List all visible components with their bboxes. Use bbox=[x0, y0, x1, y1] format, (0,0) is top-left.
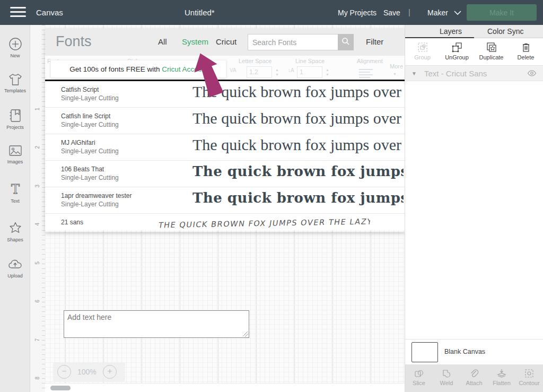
font-preview: The quick brown fox jumps over bbox=[192, 109, 404, 133]
chevron-down-icon[interactable] bbox=[454, 11, 461, 15]
search-fonts-input[interactable] bbox=[248, 34, 338, 50]
weld-button[interactable]: Weld bbox=[433, 364, 460, 392]
sidebar-item-new[interactable]: New bbox=[0, 37, 30, 58]
letter-space-spinner: ▲▼ bbox=[275, 67, 279, 77]
font-row[interactable]: Catfish Script Single-Layer Cutting The … bbox=[45, 81, 405, 108]
my-projects-link[interactable]: My Projects bbox=[338, 8, 376, 17]
flatten-button[interactable]: Flatten bbox=[488, 364, 515, 392]
save-link[interactable]: Save bbox=[383, 8, 400, 17]
font-name: 106 Beats That bbox=[61, 165, 104, 173]
font-row[interactable]: MJ AlGhifari Single-Layer Cutting The qu… bbox=[45, 134, 405, 161]
tab-layers[interactable]: Layers bbox=[440, 27, 462, 36]
font-name: 1apr dreamweaver tester bbox=[61, 192, 132, 199]
horizontal-scrollbar[interactable] bbox=[45, 383, 405, 392]
contour-button[interactable]: Contour bbox=[515, 364, 543, 392]
zoom-controls: − 100% + bbox=[53, 362, 125, 381]
font-row[interactable]: 21 sans THE QUICK BROWN FOX JUMPS OVER T… bbox=[45, 214, 405, 230]
paperclip-icon bbox=[469, 368, 479, 379]
letter-space-input bbox=[247, 66, 272, 78]
tab-all-fonts[interactable]: All bbox=[158, 37, 167, 46]
slice-button[interactable]: Slice bbox=[405, 364, 433, 392]
sidebar-item-templates[interactable]: Templates bbox=[0, 73, 30, 93]
sidebar-item-upload[interactable]: Upload bbox=[0, 258, 30, 278]
sidebar-item-text[interactable]: T Text bbox=[0, 182, 30, 204]
sidebar-item-projects[interactable]: Projects bbox=[0, 108, 30, 130]
alignment-label: Alignment bbox=[357, 58, 383, 64]
zoom-level: 100% bbox=[77, 368, 97, 376]
ruler-number: 5 bbox=[34, 257, 40, 265]
filter-button[interactable]: Filter bbox=[366, 37, 383, 46]
text-t-icon: T bbox=[8, 182, 23, 197]
canvas-color-swatch[interactable] bbox=[411, 342, 438, 362]
make-it-button[interactable]: Make It bbox=[467, 4, 537, 21]
weld-icon bbox=[441, 368, 452, 379]
trash-icon bbox=[520, 41, 532, 53]
line-space-spinner: ▲▼ bbox=[326, 67, 329, 77]
fonts-panel: Fonts All System Cricut Filter Font Styl… bbox=[45, 28, 405, 232]
zoom-in-button[interactable]: + bbox=[103, 365, 117, 379]
font-row[interactable]: 106 Beats That Single-Layer Cutting The … bbox=[45, 161, 405, 187]
projects-notebook-icon bbox=[8, 108, 23, 123]
font-row[interactable]: 1apr dreamweaver tester Single-Layer Cut… bbox=[45, 187, 405, 214]
project-title[interactable]: Untitled* bbox=[185, 8, 215, 17]
delete-button[interactable]: Delete bbox=[509, 38, 543, 65]
machine-select[interactable]: Maker bbox=[427, 8, 448, 17]
svg-text:T: T bbox=[11, 182, 19, 197]
font-name: Catfish Script bbox=[61, 86, 99, 93]
font-row[interactable]: Catfish line Script Single-Layer Cutting… bbox=[45, 108, 405, 134]
ruler-number: 2 bbox=[34, 142, 40, 149]
line-space-input bbox=[297, 66, 322, 78]
more-label: More bbox=[390, 63, 403, 69]
font-type: Single-Layer Cutting bbox=[61, 121, 119, 128]
group-button[interactable]: Group bbox=[405, 38, 440, 65]
alignment-icon bbox=[359, 69, 373, 80]
blank-canvas-row[interactable]: Blank Canvas bbox=[405, 339, 543, 364]
layer-name: Text - Cricut Sans bbox=[424, 69, 487, 78]
line-space-icon: ↕A bbox=[288, 67, 294, 73]
tab-color-sync[interactable]: Color Sync bbox=[487, 27, 523, 36]
ungroup-icon bbox=[451, 41, 463, 53]
sidebar-item-images[interactable]: Images bbox=[0, 144, 30, 164]
slice-icon bbox=[414, 368, 424, 379]
fonts-title: Fonts bbox=[56, 33, 92, 50]
new-plus-icon bbox=[8, 37, 23, 51]
attach-button[interactable]: Attach bbox=[460, 364, 488, 392]
ruler-number: 7 bbox=[34, 334, 40, 342]
layer-actions: Group UnGroup Duplicate Delete bbox=[405, 38, 543, 65]
sidebar-item-shapes[interactable]: Shapes bbox=[0, 221, 30, 242]
layer-expand-caret-icon[interactable]: ▼ bbox=[411, 71, 417, 76]
tab-cricut-fonts[interactable]: Cricut bbox=[216, 37, 237, 46]
hamburger-menu-icon[interactable] bbox=[10, 7, 26, 18]
letter-space-icon: VA bbox=[230, 67, 237, 73]
cricut-access-link[interactable]: Cricut Access! bbox=[162, 65, 207, 73]
zoom-out-button[interactable]: − bbox=[57, 365, 71, 379]
tshirt-icon bbox=[8, 73, 23, 86]
shapes-star-icon bbox=[8, 221, 23, 236]
fonts-panel-header: Fonts All System Cricut Filter bbox=[45, 28, 405, 56]
topbar-divider: | bbox=[408, 7, 410, 16]
cricut-design-space: Canvas Untitled* My Projects Save | Make… bbox=[0, 0, 543, 392]
font-list: Catfish Script Single-Layer Cutting The … bbox=[45, 81, 405, 230]
top-bar: Canvas Untitled* My Projects Save | Make… bbox=[0, 0, 543, 25]
line-space-label: Line Space bbox=[295, 58, 325, 64]
scrollbar-thumb[interactable] bbox=[50, 386, 71, 390]
font-type: Single-Layer Cutting bbox=[61, 94, 119, 102]
vertical-ruler: 1 2 3 4 5 6 7 8 bbox=[30, 25, 45, 392]
font-type: Single-Layer Cutting bbox=[61, 201, 119, 208]
layer-row-text[interactable]: ▼ Text - Cricut Sans bbox=[405, 65, 543, 81]
duplicate-button[interactable]: Duplicate bbox=[474, 38, 509, 65]
font-preview: The quick brown fox jumps ove bbox=[192, 163, 404, 187]
search-icon bbox=[341, 37, 350, 46]
tab-system-fonts[interactable]: System bbox=[182, 37, 208, 46]
letter-space-label: Letter Space bbox=[239, 58, 272, 64]
cricut-access-banner[interactable]: Get 100s of fonts FREE with Cricut Acces… bbox=[50, 60, 226, 78]
layers-panel: Layers Color Sync Group UnGroup Duplicat… bbox=[405, 25, 543, 392]
ungroup-button[interactable]: UnGroup bbox=[440, 38, 474, 65]
flatten-icon bbox=[496, 368, 507, 379]
font-preview: The quick brown fox jumps ove bbox=[192, 190, 404, 214]
resize-handle-icon[interactable] bbox=[243, 332, 248, 337]
layer-visibility-eye-icon[interactable] bbox=[527, 69, 537, 77]
ruler-number: 6 bbox=[34, 295, 40, 303]
canvas-text-box[interactable]: Add text here bbox=[64, 310, 249, 338]
search-button[interactable] bbox=[338, 34, 354, 50]
